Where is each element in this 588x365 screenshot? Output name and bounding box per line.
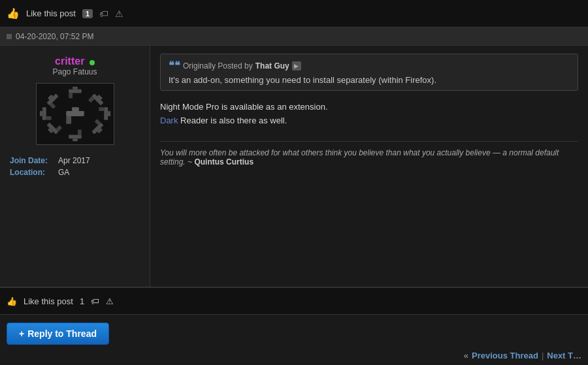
bottom-like-post-label[interactable]: Like this post — [24, 296, 73, 306]
svg-rect-14 — [73, 138, 78, 141]
user-meta: Join Date: Apr 2017 Location: GA — [7, 156, 143, 180]
svg-rect-13 — [69, 135, 82, 138]
bottom-warn-icon[interactable]: ⚠ — [106, 296, 114, 306]
footer-separator: | — [542, 351, 544, 360]
post-content: ❝❝ Originally Posted by That Guy ▶ It's … — [150, 46, 588, 287]
svg-rect-15 — [77, 130, 81, 135]
sig-author: Quintus Curtius — [194, 157, 253, 167]
join-date-label: Join Date: — [10, 156, 56, 165]
reply-to-thread-button[interactable]: + Reply to Thread — [7, 323, 109, 345]
svg-rect-25 — [66, 111, 84, 116]
username[interactable]: critter — [55, 56, 84, 67]
svg-rect-9 — [99, 107, 104, 111]
thumbs-up-icon[interactable]: 👍 — [7, 7, 20, 20]
join-date-value: Apr 2017 — [58, 156, 90, 165]
signature: You will more often be attacked for what… — [160, 141, 578, 167]
online-indicator — [90, 60, 95, 65]
square-icon — [7, 34, 12, 39]
bottom-thumbs-up-icon[interactable]: 👍 — [7, 296, 17, 306]
post-body: Night Mode Pro is available as an extens… — [160, 101, 578, 128]
reply-button-label: Reply to Thread — [27, 328, 97, 339]
bottom-tag-icon[interactable]: 🏷 — [91, 296, 99, 306]
quote-header: ❝❝ Originally Posted by That Guy ▶ — [169, 59, 570, 72]
quote-link-icon[interactable]: ▶ — [292, 61, 301, 71]
location-label: Location: — [10, 168, 56, 177]
user-title: Pago Fatuus — [52, 67, 97, 76]
avatar — [36, 83, 114, 145]
location-value: GA — [58, 168, 69, 177]
svg-rect-7 — [104, 107, 108, 120]
bottom-like-count-badge: 1 — [80, 296, 84, 306]
svg-rect-20 — [39, 111, 42, 116]
sig-sep: ~ — [188, 157, 194, 167]
like-count-badge: 1 — [82, 9, 93, 18]
svg-rect-27 — [66, 116, 71, 124]
like-post-label[interactable]: Like this post — [26, 8, 76, 18]
reply-button-plus: + — [19, 328, 24, 339]
username-display: critter — [55, 56, 95, 67]
user-sidebar: critter Pago Fatuus — [0, 46, 150, 287]
svg-rect-8 — [108, 111, 110, 116]
svg-rect-2 — [73, 87, 78, 89]
warn-icon[interactable]: ⚠ — [115, 8, 123, 19]
location-row: Location: GA — [7, 168, 143, 177]
bottom-like-bar: 👍 Like this post 1 🏷 ⚠ — [0, 287, 588, 315]
next-thread-link[interactable]: Next T… — [547, 351, 581, 360]
join-date-row: Join Date: Apr 2017 — [7, 156, 143, 165]
quote-block: ❝❝ Originally Posted by That Guy ▶ It's … — [160, 54, 578, 91]
post-body-line2-text: Reader is also there as well. — [178, 116, 287, 125]
quote-text: It's an add-on, something you need to in… — [169, 75, 570, 85]
quote-author: That Guy — [255, 61, 289, 71]
svg-rect-3 — [69, 93, 73, 99]
top-like-bar: 👍 Like this post 1 🏷 ⚠ — [0, 0, 588, 27]
footer-guillemet: « — [464, 351, 468, 360]
post-date: 04-20-2020, 07:52 PM — [16, 32, 93, 41]
svg-rect-21 — [46, 116, 51, 120]
quote-marks-icon: ❝❝ — [169, 59, 180, 72]
footer-nav: « Previous Thread | Next T… — [0, 345, 588, 365]
quote-prefix: Originally Posted by — [183, 61, 253, 71]
svg-rect-1 — [69, 89, 82, 93]
post-area: critter Pago Fatuus — [0, 46, 588, 287]
previous-thread-link[interactable]: Previous Thread — [472, 351, 538, 360]
date-row: 04-20-2020, 07:52 PM — [0, 27, 588, 46]
dark-reader-link[interactable]: Dark — [160, 116, 178, 125]
svg-rect-26 — [72, 107, 79, 111]
svg-rect-19 — [42, 107, 46, 120]
post-body-line2: Dark Reader is also there as well. — [160, 114, 578, 128]
tag-icon[interactable]: 🏷 — [99, 8, 108, 19]
post-body-line1: Night Mode Pro is available as an extens… — [160, 101, 578, 114]
